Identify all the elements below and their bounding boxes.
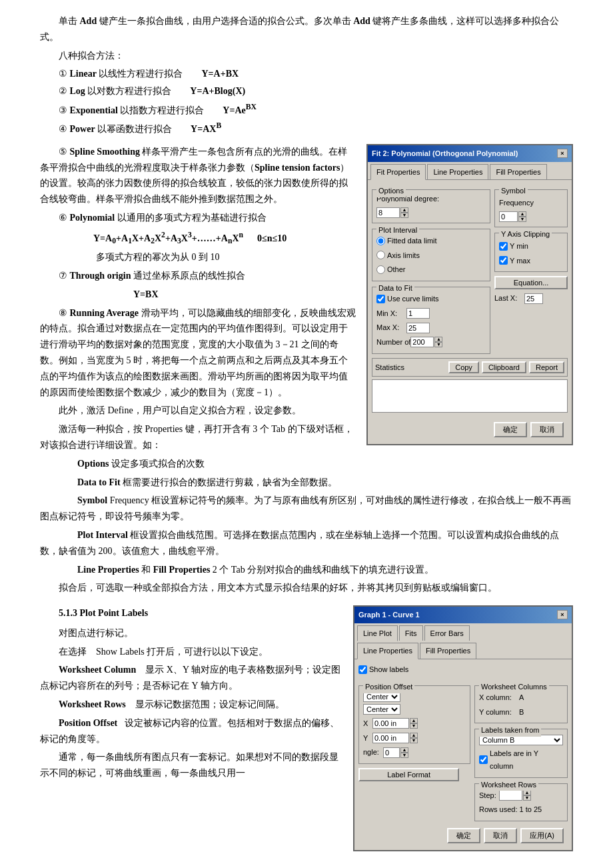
min-x-input[interactable] (406, 308, 430, 319)
tab-line-properties-1[interactable]: Line Properties (427, 164, 488, 180)
ymax-label: Y max (510, 255, 530, 267)
dialog-close-2[interactable]: × (557, 610, 568, 619)
dialog-polynomial: Fit 2: Polynomial (Orthogonal Polynomial… (366, 144, 573, 445)
x-offset-row: X ▲ ▼ (363, 717, 466, 730)
cancel-button-1[interactable]: 取消 (530, 422, 564, 437)
dialog-title-1: Fit 2: Polynomial (Orthogonal Polynomial… (372, 147, 518, 160)
x-offset-label: X (363, 717, 372, 730)
tab-fits[interactable]: Fits (399, 625, 423, 641)
radio-fitted-row: Fitted data limit (376, 235, 486, 247)
frequency-down[interactable]: ▼ (518, 217, 526, 222)
y-offset-row: Y ▲ ▼ (363, 732, 466, 745)
report-button[interactable]: Report (529, 361, 564, 373)
use-curve-limits-row: Use curve limits (376, 293, 486, 305)
labels-in-y-checkbox[interactable] (479, 755, 488, 764)
tab-fill-properties-1[interactable]: Fill Properties (490, 164, 546, 180)
radio-other-row: Other (376, 263, 486, 276)
y-offset-down[interactable]: ▼ (410, 738, 418, 743)
intro-paragraph-1: 单击 Add 键产生一条拟合曲线，由用户选择合适的拟合公式。多次单击 Add 键… (40, 13, 573, 45)
radio-fitted[interactable] (376, 237, 385, 245)
apply-button-2[interactable]: 应用(A) (520, 828, 564, 843)
use-curve-limits-checkbox[interactable] (376, 295, 385, 303)
step-row: Step: ▲ ▼ (479, 789, 563, 802)
ok-button-1[interactable]: 确定 (494, 422, 527, 437)
angle-spinner[interactable]: ▲ ▼ (400, 747, 408, 758)
radio-axis-label: Axis limits (387, 249, 420, 262)
dialog-tabs-2b: Line Properties Fill Properties (354, 641, 572, 659)
number-label: Number of (376, 336, 410, 349)
tab-error-bars[interactable]: Error Bars (424, 625, 470, 641)
angle-up[interactable]: ▲ (400, 747, 408, 753)
y-offset-input[interactable] (372, 733, 409, 743)
number-up[interactable]: ▲ (434, 337, 442, 342)
tab-fill-properties-2[interactable]: Fill Properties (420, 643, 476, 659)
dialog-close-1[interactable]: × (557, 149, 568, 158)
angle-input[interactable] (383, 747, 400, 758)
copy-button[interactable]: Copy (448, 361, 479, 373)
yaxis-clip-title: Y Axis Clipping (499, 228, 552, 241)
number-input[interactable] (410, 337, 434, 347)
min-x-row: Min X: (376, 307, 486, 320)
last-x-input[interactable] (524, 293, 543, 304)
y-offset-spinner[interactable]: ▲ ▼ (410, 733, 418, 743)
worksheet-rows-title: Worksheet Rows (479, 779, 538, 791)
radio-axis[interactable] (376, 251, 385, 259)
symbol-group: Symbol Frequency ▲ ▼ (494, 189, 568, 227)
dialog-tabs-1: Fit Properties Line Properties Fill Prop… (368, 162, 572, 181)
angle-down[interactable]: ▼ (400, 753, 408, 758)
yaxis-clip-group: Y Axis Clipping Y min Y max (494, 233, 568, 272)
clipboard-button[interactable]: Clipboard (482, 361, 526, 373)
x-col-label: X column: (479, 691, 519, 704)
dialog-body-2: Show labels Position Offset Center (354, 659, 572, 850)
tab-line-properties-2[interactable]: Line Properties (357, 643, 418, 659)
step-spinner[interactable]: ▲ ▼ (523, 790, 531, 801)
labels-taken-title: Labels taken from (479, 724, 541, 737)
x-col-row: X column: A (479, 691, 563, 704)
frequency-input[interactable] (499, 211, 518, 222)
poly-degree-down[interactable]: ▼ (400, 213, 408, 218)
tab-fit-properties[interactable]: Fit Properties (370, 164, 426, 181)
cancel-button-2[interactable]: 取消 (484, 828, 517, 843)
method-linear: ① Linear 以线性方程进行拟合 Y=A+BX (40, 66, 573, 82)
intro-paragraph-2: 八种拟合方法： (40, 48, 573, 64)
x-offset-down[interactable]: ▼ (410, 723, 418, 729)
number-down[interactable]: ▼ (434, 342, 442, 347)
ymax-checkbox[interactable] (499, 256, 508, 265)
poly-degree-spinner[interactable]: ▲ ▼ (400, 207, 408, 218)
options-para: Options 设定多项式拟合的次数 (40, 456, 573, 472)
position-offset-group: Position Offset Center Center (358, 685, 470, 764)
frequency-spinner[interactable]: ▲ ▼ (518, 211, 526, 222)
number-spinner[interactable]: ▲ ▼ (434, 337, 442, 347)
step-down[interactable]: ▼ (523, 795, 531, 801)
poly-degree-input[interactable] (376, 207, 400, 218)
y-offset-up[interactable]: ▲ (410, 733, 418, 738)
stats-textarea[interactable] (372, 379, 568, 413)
radio-fitted-label: Fitted data limit (387, 235, 437, 247)
max-x-input[interactable] (406, 323, 430, 333)
data-to-fit-group: Data to Fit Use curve limits Min X: Max … (372, 287, 490, 354)
tab-line-plot[interactable]: Line Plot (357, 625, 398, 642)
ymin-row: Y min (499, 240, 563, 253)
x-offset-up[interactable]: ▲ (410, 718, 418, 723)
y-offset-label: Y (363, 732, 372, 745)
worksheet-columns-group: Worksheet Columns X column: A Y column: … (474, 685, 568, 723)
ymax-row: Y max (499, 255, 563, 267)
angle-row: ngle: ▲ ▼ (363, 746, 466, 759)
radio-other[interactable] (376, 265, 385, 274)
frequency-up[interactable]: ▲ (518, 211, 526, 217)
ok-button-2[interactable]: 确定 (447, 828, 480, 843)
dialog-titlebar-2: Graph 1 - Curve 1 × (354, 607, 572, 623)
ymin-checkbox[interactable] (499, 242, 508, 251)
x-offset-spinner[interactable]: ▲ ▼ (410, 718, 418, 729)
dialog2-two-col: Position Offset Center Center (358, 680, 568, 825)
label-format-button[interactable]: Label Format (358, 768, 459, 781)
main-content: 单击 Add 键产生一条拟合曲线，由用户选择合适的拟合公式。多次单击 Add 键… (40, 13, 573, 858)
x-offset-input[interactable] (372, 718, 409, 729)
show-labels-checkbox[interactable] (358, 665, 367, 674)
worksheet-columns-title: Worksheet Columns (479, 681, 549, 693)
step-input[interactable] (499, 790, 522, 801)
center-select-2[interactable]: Center (363, 704, 400, 715)
show-labels-row: Show labels (358, 663, 568, 676)
equation-button[interactable]: Equation... (494, 276, 568, 289)
poly-degree-up[interactable]: ▲ (400, 207, 408, 213)
